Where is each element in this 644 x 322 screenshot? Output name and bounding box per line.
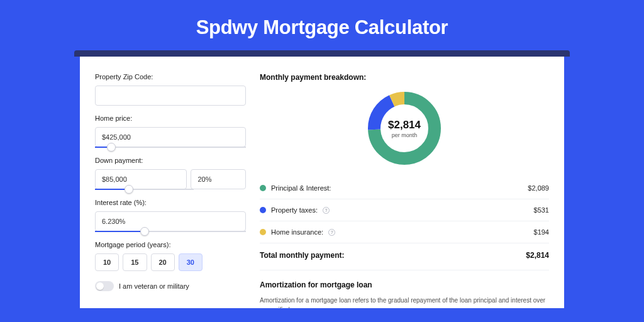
donut-center: $2,814 per month [367,91,442,166]
total-value: $2,814 [526,251,549,260]
dot-icon [260,207,266,213]
donut-chart: $2,814 per month [367,91,442,166]
period-option-30[interactable]: 30 [179,253,203,271]
dot-icon [260,185,266,191]
home-price-label: Home price: [95,114,246,122]
form-panel: Property Zip Code: Home price: Down paym… [95,73,246,308]
page-title: Spdwy Mortgage Calculator [0,0,644,50]
period-option-10[interactable]: 10 [95,253,119,271]
dot-icon [260,229,266,235]
interest-rate-field-group: Interest rate (%): [95,199,246,232]
breakdown-row-principal: Principal & Interest: $2,089 [260,177,549,199]
home-price-slider[interactable] [95,147,246,148]
zip-input[interactable] [95,86,246,106]
down-payment-field-group: Down payment: [95,157,246,190]
down-payment-percent-input[interactable] [191,169,246,189]
breakdown-row-value: $531 [534,206,549,214]
period-label: Mortgage period (years): [95,241,246,248]
breakdown-row-taxes: Property taxes: ? $531 [260,199,549,221]
breakdown-row-label: Home insurance: [271,228,323,236]
breakdown-row-label: Principal & Interest: [271,184,331,192]
interest-rate-input[interactable] [95,211,246,231]
period-segmented: 10 15 20 30 [95,253,246,271]
breakdown-panel: Monthly payment breakdown: $2,814 per mo… [260,73,549,308]
zip-field-group: Property Zip Code: [95,73,246,106]
donut-amount: $2,814 [388,119,421,131]
zip-label: Property Zip Code: [95,73,246,80]
interest-rate-slider[interactable] [95,231,246,232]
interest-rate-label: Interest rate (%): [95,199,246,206]
veteran-toggle-label: I am veteran or military [119,282,189,290]
period-option-15[interactable]: 15 [123,253,147,271]
card-shadow-band [74,50,570,57]
donut-chart-wrap: $2,814 per month [260,87,549,177]
slider-thumb-icon[interactable] [125,185,133,194]
period-field-group: Mortgage period (years): 10 15 20 30 [95,241,246,271]
amortization-text: Amortization for a mortgage loan refers … [260,296,549,308]
slider-thumb-icon[interactable] [140,227,149,236]
breakdown-row-value: $2,089 [528,184,549,192]
down-payment-label: Down payment: [95,157,246,164]
home-price-input[interactable] [95,127,246,147]
veteran-toggle[interactable] [95,281,114,291]
breakdown-row-label: Property taxes: [271,206,318,214]
down-payment-amount-input[interactable] [95,169,187,189]
info-icon[interactable]: ? [323,207,330,214]
amortization-title: Amortization for mortgage loan [260,270,549,289]
breakdown-row-value: $194 [534,228,549,236]
down-payment-slider[interactable] [95,189,194,190]
calculator-card: Property Zip Code: Home price: Down paym… [80,57,564,308]
veteran-toggle-row: I am veteran or military [95,281,246,291]
period-option-20[interactable]: 20 [151,253,175,271]
info-icon[interactable]: ? [328,229,335,236]
total-row: Total monthly payment: $2,814 [260,243,549,270]
total-label: Total monthly payment: [260,251,344,260]
donut-sub: per month [392,132,418,138]
breakdown-row-insurance: Home insurance: ? $194 [260,221,549,243]
home-price-field-group: Home price: [95,114,246,148]
slider-thumb-icon[interactable] [107,143,116,152]
breakdown-title: Monthly payment breakdown: [260,73,549,82]
